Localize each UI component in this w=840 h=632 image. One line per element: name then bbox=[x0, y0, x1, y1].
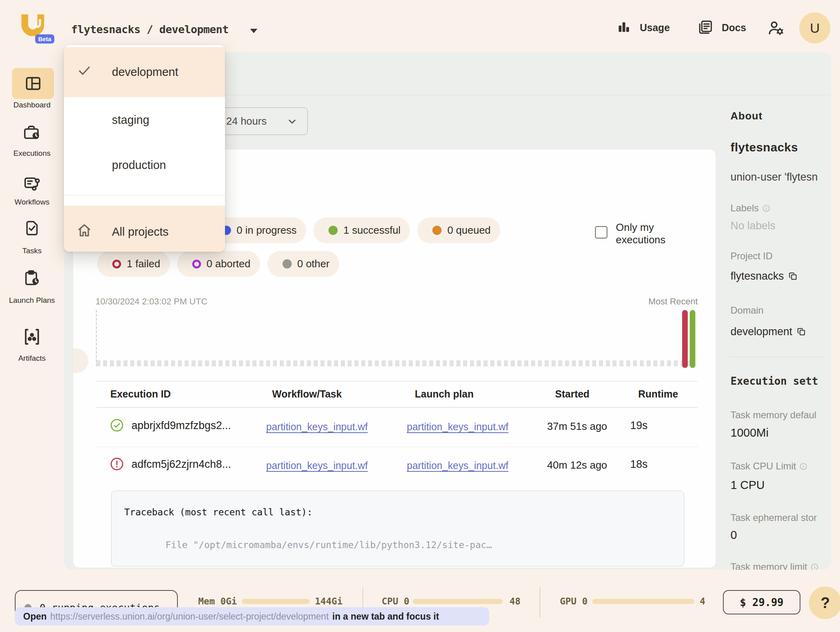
check-icon bbox=[77, 63, 92, 81]
workflow-link[interactable]: partition_keys_input.wf bbox=[266, 421, 368, 433]
setting-value: 1000Mi bbox=[731, 426, 768, 439]
gpu-gauge-label: GPU 0 bbox=[560, 596, 587, 606]
link-status-tooltip: Open https://serverless.union.ai/org/uni… bbox=[15, 607, 489, 626]
tasks-icon[interactable] bbox=[0, 219, 64, 237]
execution-id[interactable]: apbrjxfd9mzfzbgs2... bbox=[131, 419, 231, 432]
domain-label: Domain bbox=[731, 305, 764, 316]
tooltip-url: https://serverless.union.ai/org/union-us… bbox=[50, 611, 329, 622]
setting-label: Task memory defaul bbox=[731, 409, 816, 421]
chip-other[interactable]: 0 other bbox=[267, 251, 339, 277]
started-value: 37m 51s ago bbox=[547, 420, 607, 433]
launch-plan-link[interactable]: partition_keys_input.wf bbox=[407, 460, 508, 471]
copy-icon[interactable] bbox=[788, 271, 798, 281]
project-description: union-user 'flytesn bbox=[731, 171, 818, 183]
sidebar-label-dashboard: Dashboard bbox=[0, 100, 64, 109]
mem-gauge-max: 144Gi bbox=[315, 596, 342, 606]
dashboard-icon bbox=[24, 74, 42, 93]
app-screen: Beta flytesnacks / development Usage Doc… bbox=[0, 0, 840, 632]
info-icon[interactable] bbox=[810, 563, 819, 570]
artifacts-icon[interactable] bbox=[0, 327, 64, 347]
chip-label: 0 aborted bbox=[207, 258, 251, 270]
project-domain-menu: development staging production All proje… bbox=[64, 45, 225, 252]
executions-icon[interactable] bbox=[0, 123, 64, 142]
chevron-down-icon bbox=[287, 116, 298, 129]
cost-button[interactable]: $ 29.99 bbox=[723, 590, 800, 614]
other-dot-icon bbox=[283, 259, 292, 268]
help-button[interactable]: ? bbox=[809, 586, 840, 619]
menu-item-development[interactable]: development bbox=[64, 47, 225, 97]
workflows-icon[interactable] bbox=[0, 174, 64, 193]
only-my-executions-label[interactable]: Only my executions bbox=[616, 221, 692, 246]
sidebar-label-tasks: Tasks bbox=[0, 246, 64, 255]
setting-label-text: Task memory limit bbox=[731, 561, 807, 570]
col-header-runtime: Runtime bbox=[638, 388, 678, 400]
traceback-box[interactable]: Traceback (most recent call last): File … bbox=[111, 491, 684, 566]
sidebar-item-dashboard[interactable] bbox=[12, 68, 54, 99]
col-header-workflow-task: Workflow/Task bbox=[272, 388, 342, 400]
tooltip-prefix: Open bbox=[23, 611, 47, 622]
traceback-line-1: Traceback (most recent call last): bbox=[124, 507, 313, 517]
chip-queued[interactable]: 0 queued bbox=[417, 217, 500, 243]
usage-icon[interactable] bbox=[617, 20, 631, 36]
setting-label: Task memory limit bbox=[731, 561, 819, 570]
info-icon[interactable] bbox=[799, 462, 808, 471]
workflow-link[interactable]: partition_keys_input.wf bbox=[266, 460, 368, 471]
menu-item-staging[interactable]: staging bbox=[64, 97, 225, 143]
execution-id[interactable]: adfcm5j62zjrn4ch8... bbox=[131, 458, 231, 471]
tooltip-suffix: in a new tab and focus it bbox=[332, 611, 439, 622]
chip-label: 1 failed bbox=[127, 258, 160, 270]
chip-failed[interactable]: 1 failed bbox=[97, 251, 170, 277]
started-value: 40m 12s ago bbox=[547, 459, 607, 471]
aborted-ring-icon bbox=[192, 260, 201, 268]
setting-value: 1 CPU bbox=[731, 479, 764, 492]
setting-label: Task ephemeral stor bbox=[731, 512, 817, 523]
labels-label: Labels bbox=[731, 203, 770, 214]
menu-item-all-projects[interactable]: All projects bbox=[64, 206, 225, 252]
runtime-value: 18s bbox=[630, 458, 648, 471]
beta-badge: Beta bbox=[35, 34, 54, 44]
launch-plan-link[interactable]: partition_keys_input.wf bbox=[407, 421, 508, 433]
menu-item-production[interactable]: production bbox=[64, 143, 225, 188]
col-header-started: Started bbox=[555, 388, 589, 400]
timeline-bar-success[interactable] bbox=[690, 310, 695, 368]
chevron-down-icon[interactable] bbox=[250, 29, 257, 33]
execution-settings-title: Execution sett bbox=[731, 375, 818, 387]
timeline-bar-failed[interactable] bbox=[682, 310, 688, 368]
chip-successful[interactable]: 1 successful bbox=[313, 217, 410, 243]
table-border-top bbox=[96, 381, 698, 382]
timeline-tick-strip[interactable] bbox=[96, 360, 690, 366]
project-id-label: Project ID bbox=[731, 250, 772, 262]
time-range-value: 24 hours bbox=[226, 115, 267, 127]
success-icon bbox=[109, 418, 124, 434]
chip-label: 1 successful bbox=[343, 224, 400, 237]
docs-icon[interactable] bbox=[697, 19, 714, 37]
successful-dot-icon bbox=[328, 226, 338, 235]
only-my-executions-checkbox[interactable] bbox=[595, 226, 607, 238]
traceback-line-2: File "/opt/micromamba/envs/runtime/lib/p… bbox=[165, 540, 492, 550]
about-divider bbox=[731, 357, 824, 357]
domain-value: development bbox=[731, 326, 806, 338]
labels-value: No labels bbox=[731, 220, 776, 232]
user-settings-icon[interactable] bbox=[767, 19, 785, 39]
avatar[interactable]: U bbox=[799, 12, 830, 44]
col-header-launch-plan: Launch plan bbox=[415, 388, 474, 400]
setting-label-text: Task CPU Limit bbox=[731, 461, 796, 472]
chip-aborted[interactable]: 0 aborted bbox=[177, 251, 260, 277]
project-name: flytesnacks bbox=[731, 141, 798, 154]
about-title: About bbox=[731, 110, 762, 122]
failed-icon bbox=[109, 457, 124, 473]
docs-button[interactable]: Docs bbox=[722, 22, 746, 34]
launch-plans-icon[interactable] bbox=[0, 268, 64, 288]
cpu-gauge-label: CPU 0 bbox=[382, 596, 409, 606]
queued-dot-icon bbox=[432, 226, 442, 235]
runtime-value: 19s bbox=[630, 419, 648, 432]
info-icon[interactable] bbox=[762, 204, 770, 213]
breadcrumb[interactable]: flytesnacks / development bbox=[71, 23, 229, 36]
domain-text: development bbox=[731, 326, 792, 338]
usage-button[interactable]: Usage bbox=[640, 22, 670, 34]
mem-gauge-bar bbox=[242, 599, 310, 604]
copy-icon[interactable] bbox=[796, 327, 806, 337]
mem-gauge-label: Mem 0Gi bbox=[198, 596, 237, 606]
setting-label: Task CPU Limit bbox=[731, 461, 808, 472]
about-panel: About flytesnacks union-user 'flytesn La… bbox=[731, 100, 831, 570]
